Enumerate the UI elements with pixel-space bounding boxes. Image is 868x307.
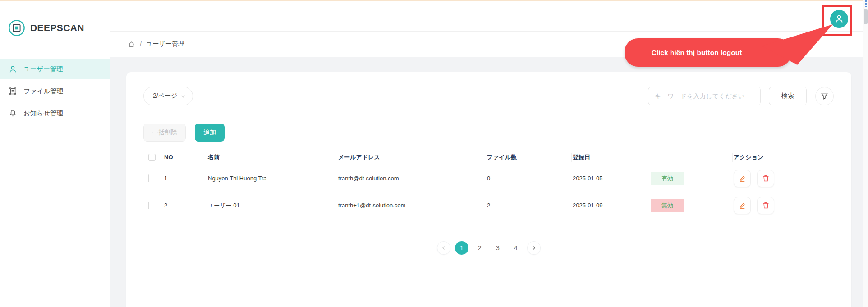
sidebar: DEEPSCAN ユーザー管理 ファイル管理	[0, 1, 110, 307]
cell-date: 2025-01-09	[572, 202, 645, 209]
table-row: 2 ユーザー 01 tranth+1@dt-solution.com 2 202…	[143, 192, 833, 219]
row-checkbox[interactable]	[148, 174, 149, 182]
users-table: NO 名前 メールアドレス ファイル数 登録日 アクション 1 Nguyen T…	[143, 150, 833, 219]
sidebar-item-notification-management[interactable]: お知らせ管理	[0, 103, 110, 123]
cell-actions	[733, 197, 833, 214]
annotation-text: Click hiển thị button logout	[652, 49, 742, 57]
file-scan-icon	[9, 87, 17, 96]
bulk-delete-button[interactable]: 一括削除	[143, 124, 186, 142]
add-button[interactable]: 追加	[195, 124, 225, 142]
cell-date: 2025-01-05	[572, 175, 645, 182]
sidebar-menu: ユーザー管理 ファイル管理 お知	[0, 59, 110, 123]
annotation-tooltip: Click hiển thị button logout	[625, 38, 791, 67]
cell-file-count: 2	[486, 202, 572, 209]
pagination: 1 2 3 4	[126, 241, 851, 255]
cell-email: tranth@dt-solution.com	[337, 175, 486, 182]
user-icon	[9, 65, 17, 73]
delete-button[interactable]	[757, 197, 774, 214]
cell-file-count: 0	[486, 175, 572, 182]
header-name: 名前	[207, 153, 337, 162]
breadcrumb-separator: /	[140, 41, 142, 48]
pagination-page-3[interactable]: 3	[491, 241, 505, 255]
sidebar-item-label: ファイル管理	[23, 87, 63, 96]
brand-logo: DEEPSCAN	[0, 1, 110, 37]
breadcrumb-current: ユーザー管理	[146, 40, 184, 48]
user-avatar-button[interactable]	[830, 10, 848, 28]
filter-button[interactable]	[815, 87, 834, 105]
page-size-value: 2/ページ	[153, 92, 177, 100]
edit-button[interactable]	[734, 170, 751, 187]
pagination-page-2[interactable]: 2	[473, 241, 487, 255]
sidebar-item-file-management[interactable]: ファイル管理	[0, 81, 110, 101]
header-registered-date: 登録日	[572, 153, 645, 162]
user-icon	[834, 14, 845, 24]
cell-name: Nguyen Thi Huong Tra	[207, 175, 337, 182]
chevron-left-icon	[441, 245, 446, 251]
pagination-next-button[interactable]	[527, 241, 541, 255]
scrollbar-thumb[interactable]	[864, 9, 868, 24]
header-email: メールアドレス	[337, 153, 486, 162]
pagination-page-1[interactable]: 1	[455, 241, 468, 255]
search-input[interactable]	[648, 87, 761, 105]
status-badge: 無効	[651, 199, 684, 212]
status-badge: 有効	[651, 172, 684, 185]
table-row: 1 Nguyen Thi Huong Tra tranth@dt-solutio…	[143, 165, 833, 192]
table-header-row: NO 名前 メールアドレス ファイル数 登録日 アクション	[143, 150, 833, 165]
pagination-prev-button[interactable]	[437, 241, 450, 255]
home-icon[interactable]	[128, 41, 135, 48]
row-checkbox[interactable]	[148, 202, 149, 209]
cell-actions	[733, 170, 833, 187]
header-actions: アクション	[733, 153, 833, 162]
sidebar-item-label: お知らせ管理	[23, 109, 63, 118]
scrollbar-top-marker	[865, 0, 867, 7]
pagination-page-4[interactable]: 4	[509, 241, 523, 255]
cell-email: tranth+1@dt-solution.com	[337, 202, 486, 209]
header-checkbox-cell	[143, 153, 163, 162]
brand-name: DEEPSCAN	[30, 23, 84, 33]
page-scrollbar[interactable]	[863, 0, 868, 307]
cell-name: ユーザー 01	[207, 202, 337, 210]
chevron-right-icon	[531, 245, 537, 251]
sidebar-item-label: ユーザー管理	[23, 65, 63, 73]
chevron-down-icon	[180, 93, 186, 99]
header-file-count: ファイル数	[486, 153, 572, 162]
sidebar-item-user-management[interactable]: ユーザー管理	[0, 59, 110, 79]
deepscan-logo-icon	[8, 19, 25, 37]
header-status	[645, 153, 733, 162]
bell-icon	[9, 109, 17, 118]
delete-button[interactable]	[757, 170, 774, 187]
select-all-checkbox[interactable]	[148, 154, 156, 161]
user-management-card: 2/ページ 検索 一括削除 追加 NO 名前 メールアドレス ファイル数 登録日…	[126, 72, 851, 307]
trash-icon	[762, 201, 770, 210]
filter-funnel-icon	[820, 92, 829, 101]
pencil-icon	[738, 201, 747, 210]
cell-no: 2	[163, 202, 207, 209]
pencil-icon	[738, 174, 747, 183]
header-bar	[110, 1, 863, 32]
cell-no: 1	[163, 175, 207, 182]
search-button[interactable]: 検索	[769, 87, 807, 105]
header-no: NO	[163, 153, 207, 162]
trash-icon	[762, 174, 770, 183]
page-size-select[interactable]: 2/ページ	[143, 87, 193, 105]
edit-button[interactable]	[734, 197, 751, 214]
